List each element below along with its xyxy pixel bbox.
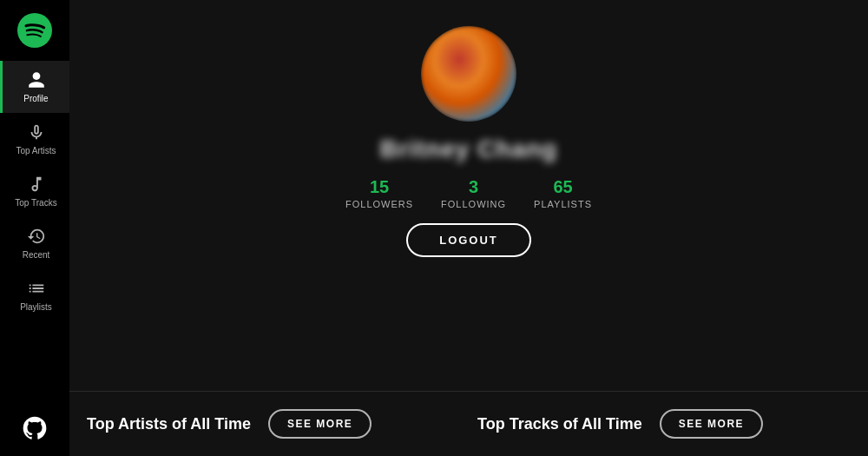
sidebar-nav: Profile Top Artists Top Tracks: [0, 61, 69, 414]
top-tracks-see-more-button[interactable]: SEE MORE: [660, 409, 763, 439]
sidebar-item-label-profile: Profile: [23, 94, 48, 104]
user-name: Britney Chang: [380, 135, 557, 163]
sidebar-item-label-recent: Recent: [23, 250, 50, 261]
followers-count: 15: [370, 177, 389, 197]
sidebar-item-label-playlists: Playlists: [20, 302, 52, 313]
top-tracks-section: Top Tracks of All Time SEE MORE: [477, 409, 851, 439]
following-label: FOLLOWING: [441, 199, 506, 209]
stats-row: 15 FOLLOWERS 3 FOLLOWING 65 PLAYLISTS: [345, 177, 592, 209]
playlist-icon: [26, 278, 47, 299]
sidebar-logo: [0, 0, 69, 61]
mic-icon: [26, 122, 47, 142]
sidebar-item-recent[interactable]: Recent: [0, 217, 69, 269]
top-artists-see-more-button[interactable]: SEE MORE: [268, 409, 372, 439]
top-artists-section: Top Artists of All Time SEE MORE: [87, 409, 477, 439]
sidebar-item-label-top-tracks: Top Tracks: [15, 198, 56, 208]
history-icon: [26, 226, 47, 247]
playlists-count: 65: [553, 177, 572, 197]
top-artists-title: Top Artists of All Time: [87, 415, 251, 433]
following-count: 3: [469, 177, 478, 197]
sidebar-bottom: [21, 414, 49, 456]
playlists-stat: 65 PLAYLISTS: [534, 177, 592, 209]
followers-label: FOLLOWERS: [345, 199, 413, 209]
followers-stat: 15 FOLLOWERS: [345, 177, 413, 209]
sidebar-item-profile[interactable]: Profile: [0, 61, 69, 113]
music-note-icon: [26, 174, 47, 195]
sections-row: Top Artists of All Time SEE MORE Top Tra…: [69, 391, 868, 456]
main-content: Britney Chang 15 FOLLOWERS 3 FOLLOWING 6…: [69, 0, 868, 456]
profile-section: Britney Chang 15 FOLLOWERS 3 FOLLOWING 6…: [69, 0, 868, 274]
sidebar-item-top-artists[interactable]: Top Artists: [0, 113, 69, 165]
sidebar: Profile Top Artists Top Tracks: [0, 0, 69, 456]
sidebar-item-label-top-artists: Top Artists: [16, 146, 56, 156]
following-stat: 3 FOLLOWING: [441, 177, 506, 209]
sidebar-item-playlists[interactable]: Playlists: [0, 269, 69, 321]
avatar: [421, 26, 516, 122]
top-tracks-title: Top Tracks of All Time: [477, 415, 642, 433]
playlists-label: PLAYLISTS: [534, 199, 592, 209]
spotify-logo-icon: [17, 13, 52, 48]
person-icon: [26, 69, 47, 90]
github-icon[interactable]: [21, 414, 49, 442]
avatar-image: [421, 26, 516, 122]
sidebar-item-top-tracks[interactable]: Top Tracks: [0, 165, 69, 217]
logout-button[interactable]: LOGOUT: [406, 223, 531, 257]
